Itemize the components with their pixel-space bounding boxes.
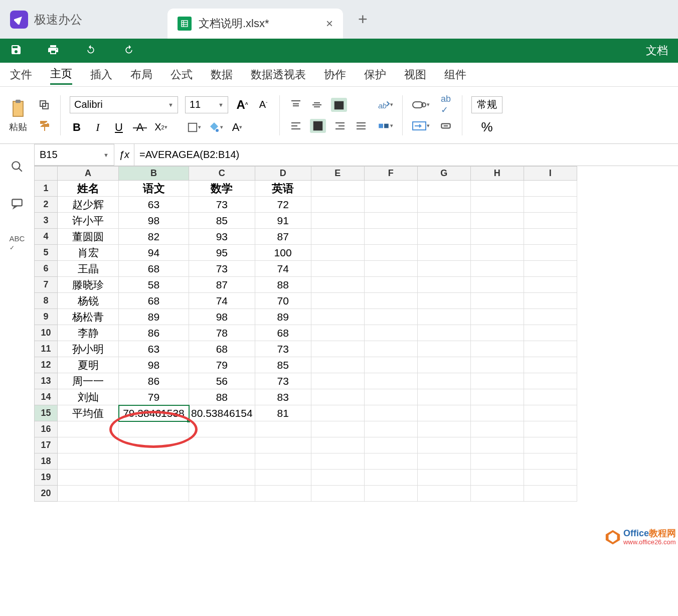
cell[interactable] xyxy=(311,437,364,453)
cell[interactable] xyxy=(58,470,119,486)
row-header[interactable]: 4 xyxy=(35,229,58,245)
cell[interactable]: 91 xyxy=(255,213,311,229)
cell[interactable] xyxy=(119,421,189,437)
cell[interactable] xyxy=(255,453,311,470)
cell[interactable] xyxy=(311,181,364,197)
cell[interactable] xyxy=(189,486,255,502)
spellcheck-icon[interactable]: ab✓ xyxy=(439,98,453,112)
cell[interactable] xyxy=(470,373,524,389)
border-icon[interactable]: ▾ xyxy=(187,120,201,134)
menu-item-5[interactable]: 数据 xyxy=(211,65,233,84)
row-header[interactable]: 16 xyxy=(35,421,58,437)
row-header[interactable]: 20 xyxy=(35,486,58,502)
cell[interactable] xyxy=(524,373,577,389)
cell[interactable] xyxy=(524,421,577,437)
cell[interactable] xyxy=(417,486,470,502)
cell[interactable] xyxy=(524,261,577,277)
undo-icon[interactable] xyxy=(84,45,97,57)
align-left-icon[interactable] xyxy=(289,119,303,133)
menu-item-8[interactable]: 保护 xyxy=(364,65,386,84)
cell[interactable]: 数学 xyxy=(189,181,255,197)
align-top-icon[interactable] xyxy=(289,98,303,112)
cell[interactable] xyxy=(311,309,364,325)
row-header[interactable]: 18 xyxy=(35,453,58,470)
cell[interactable] xyxy=(524,341,577,357)
cell[interactable] xyxy=(364,341,417,357)
copy-icon[interactable] xyxy=(37,98,51,112)
column-header[interactable]: I xyxy=(524,167,577,181)
column-header[interactable]: G xyxy=(417,167,470,181)
search-icon[interactable] xyxy=(11,160,24,175)
cell[interactable] xyxy=(364,245,417,261)
cell[interactable]: 赵少辉 xyxy=(58,197,119,213)
cell[interactable]: 79 xyxy=(119,389,189,405)
cell[interactable] xyxy=(524,437,577,453)
cell[interactable]: 杨松青 xyxy=(58,309,119,325)
cell[interactable]: 82 xyxy=(119,229,189,245)
cell[interactable] xyxy=(417,245,470,261)
cell[interactable]: 68 xyxy=(189,341,255,357)
cell[interactable]: 80.53846154 xyxy=(189,405,255,421)
cell[interactable] xyxy=(364,197,417,213)
hyperlink-icon[interactable] xyxy=(439,119,453,133)
cell[interactable] xyxy=(311,245,364,261)
cell[interactable]: 73 xyxy=(255,341,311,357)
cell[interactable] xyxy=(364,470,417,486)
new-tab-button[interactable]: + xyxy=(358,10,368,29)
row-header[interactable]: 15 xyxy=(35,405,58,421)
decrease-font-icon[interactable]: Aˇ xyxy=(256,98,270,112)
cell[interactable] xyxy=(524,389,577,405)
cell[interactable] xyxy=(364,437,417,453)
cell[interactable] xyxy=(470,325,524,341)
cell[interactable] xyxy=(417,453,470,470)
cell[interactable] xyxy=(364,389,417,405)
align-right-icon[interactable] xyxy=(333,119,347,133)
row-header[interactable]: 2 xyxy=(35,197,58,213)
spreadsheet-grid[interactable]: ABCDEFGHI1姓名语文数学英语2赵少辉6373723许小平9885914董… xyxy=(34,166,678,616)
cell[interactable]: 79 xyxy=(189,357,255,373)
cell[interactable] xyxy=(364,453,417,470)
cell[interactable]: 68 xyxy=(119,293,189,309)
cell[interactable] xyxy=(119,437,189,453)
column-header[interactable]: F xyxy=(364,167,417,181)
cell[interactable] xyxy=(255,437,311,453)
cell[interactable] xyxy=(524,357,577,373)
cell[interactable]: 89 xyxy=(255,309,311,325)
cell[interactable] xyxy=(417,293,470,309)
cell[interactable] xyxy=(470,229,524,245)
row-header[interactable]: 17 xyxy=(35,437,58,453)
cell[interactable] xyxy=(524,405,577,421)
cell[interactable] xyxy=(364,293,417,309)
cell[interactable] xyxy=(311,293,364,309)
cell[interactable] xyxy=(364,181,417,197)
cell[interactable] xyxy=(524,293,577,309)
cell[interactable]: 56 xyxy=(189,373,255,389)
column-header[interactable]: C xyxy=(189,167,255,181)
row-header[interactable]: 1 xyxy=(35,181,58,197)
cell[interactable] xyxy=(417,405,470,421)
cell[interactable] xyxy=(524,197,577,213)
row-header[interactable]: 11 xyxy=(35,341,58,357)
cell[interactable] xyxy=(311,325,364,341)
cell[interactable] xyxy=(364,486,417,502)
cell[interactable]: 98 xyxy=(119,213,189,229)
cell[interactable] xyxy=(417,229,470,245)
cell[interactable] xyxy=(417,261,470,277)
cell[interactable] xyxy=(364,261,417,277)
formula-input[interactable] xyxy=(134,144,678,166)
cell[interactable] xyxy=(58,453,119,470)
menu-item-4[interactable]: 公式 xyxy=(171,65,193,84)
cell[interactable]: 78 xyxy=(189,325,255,341)
cell[interactable]: 73 xyxy=(189,261,255,277)
cell[interactable]: 68 xyxy=(255,325,311,341)
cell[interactable] xyxy=(524,309,577,325)
cell[interactable] xyxy=(470,437,524,453)
cell[interactable]: 姓名 xyxy=(58,181,119,197)
comments-icon[interactable] xyxy=(11,197,24,212)
cell[interactable] xyxy=(311,341,364,357)
cell[interactable]: 88 xyxy=(189,389,255,405)
row-header[interactable]: 14 xyxy=(35,389,58,405)
cell[interactable] xyxy=(417,197,470,213)
cell[interactable] xyxy=(417,389,470,405)
row-header[interactable]: 8 xyxy=(35,293,58,309)
